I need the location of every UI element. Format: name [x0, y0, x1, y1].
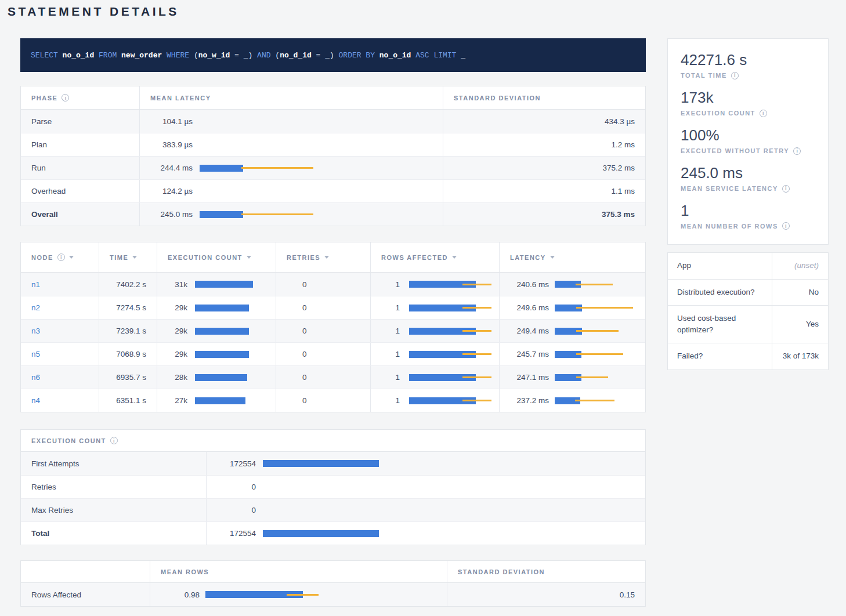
stddev-whisker [287, 594, 319, 596]
node-link[interactable]: n3 [31, 327, 40, 335]
phase-row-overhead: Overhead 124.2 µs 1.1 ms [21, 179, 645, 202]
stat-mean-service-latency: 245.0 ms MEAN SERVICE LATENCYi [681, 165, 815, 193]
retries-value: 0 [276, 366, 371, 389]
retries-value: 0 [276, 389, 371, 412]
mean-latency-column-header: MEAN LATENCY [140, 86, 443, 109]
time-column-header[interactable]: TIME [99, 242, 157, 272]
sql-identifier: new_order [121, 51, 167, 60]
info-icon[interactable]: i [731, 72, 739, 79]
detail-row-cost-based-optimizer: Used cost-based optimizer? Yes [668, 305, 828, 343]
phase-row-run: Run 244.4 ms 375.2 ms [21, 156, 645, 179]
execution-count-bar [195, 305, 265, 311]
sort-desc-icon [132, 256, 137, 259]
mean-bar [195, 374, 247, 381]
std-header-label: STANDARD DEVIATION [458, 568, 545, 575]
execution-count-value: 29k [157, 350, 187, 358]
rows-affected-table: MEAN ROWS STANDARD DEVIATION Rows Affect… [20, 560, 646, 607]
stat-executed-without-retry: 100% EXECUTED WITHOUT RETRYi [681, 127, 815, 155]
node-link[interactable]: n6 [31, 373, 40, 382]
retries-column-header[interactable]: RETRIES [276, 242, 371, 272]
node-link[interactable]: n5 [31, 350, 40, 358]
row-label: Rows Affected [21, 583, 150, 606]
sql-keyword: AND [257, 51, 275, 60]
latency-value: 249.4 ms [500, 327, 549, 335]
node-link[interactable]: n1 [31, 280, 40, 289]
time-value: 6351.1 s [99, 389, 157, 412]
latency-value: 249.6 ms [500, 303, 549, 312]
row-label: Retries [21, 476, 207, 498]
sql-keyword: ORDER BY [339, 51, 379, 60]
info-icon[interactable]: i [57, 253, 65, 261]
stddev-whisker [575, 400, 614, 401]
latency-value: 240.6 ms [500, 280, 549, 289]
node-row: n6 6935.7 s 28k 0 1 247.1 ms [21, 365, 645, 389]
mean-bar [200, 211, 243, 218]
latency-header-label: LATENCY [510, 254, 546, 261]
rows-affected-column-header[interactable]: ROWS AFFECTED [371, 242, 500, 272]
node-link[interactable]: n4 [31, 396, 40, 405]
stddev-whisker [576, 330, 619, 332]
summary-sidebar: 42271.6 s TOTAL TIMEi 173k EXECUTION COU… [667, 38, 829, 370]
stat-label: EXECUTION COUNT [681, 110, 755, 117]
count-value: 0 [207, 506, 256, 514]
std-deviation-value: 375.3 ms [443, 203, 645, 226]
time-value: 7068.9 s [99, 343, 157, 365]
stddev-whisker [241, 167, 313, 169]
execution-count-row: Total 172554 [21, 521, 645, 545]
std-deviation-value: 1.2 ms [443, 133, 645, 156]
info-icon[interactable]: i [110, 437, 118, 444]
rows-affected-bar [409, 397, 489, 404]
retries-value: 0 [276, 273, 371, 296]
stat-label: MEAN NUMBER OF ROWS [681, 223, 778, 230]
sort-desc-icon [324, 256, 329, 259]
sql-punctuation: = _) [312, 51, 339, 60]
node-header-label: NODE [31, 254, 53, 261]
info-icon[interactable]: i [793, 147, 801, 155]
execution-count-bar [195, 281, 265, 288]
sort-desc-icon [452, 256, 457, 259]
sql-identifier: no_o_id [63, 51, 99, 60]
info-icon[interactable]: i [760, 110, 767, 117]
std-deviation-column-header: STANDARD DEVIATION [447, 561, 645, 582]
time-value: 7239.1 s [99, 320, 157, 342]
stat-mean-number-of-rows: 1 MEAN NUMBER OF ROWSi [681, 202, 815, 230]
latency-bar [555, 328, 635, 335]
rows-affected-bar [409, 374, 489, 381]
sql-keyword: WHERE [167, 51, 194, 60]
info-icon[interactable]: i [782, 222, 790, 230]
summary-stats-card: 42271.6 s TOTAL TIMEi 173k EXECUTION COU… [667, 38, 829, 245]
node-column-header[interactable]: NODEi [21, 242, 99, 272]
stddev-whisker [462, 330, 491, 332]
latency-bar [555, 351, 635, 358]
execution-count-column-header[interactable]: EXECUTION COUNT [157, 242, 276, 272]
info-icon[interactable]: i [782, 185, 790, 193]
info-icon[interactable]: i [62, 94, 69, 102]
node-link[interactable]: n2 [31, 303, 40, 312]
stat-value: 173k [681, 89, 815, 107]
latency-bar [555, 374, 635, 381]
node-row: n4 6351.1 s 27k 0 1 237.2 ms [21, 389, 645, 412]
sql-keyword: FROM [99, 51, 121, 60]
sort-desc-icon [550, 256, 555, 259]
stddev-whisker [462, 307, 491, 309]
count-bar [263, 530, 396, 537]
mean-latency-value: 244.4 ms [140, 164, 193, 172]
latency-column-header[interactable]: LATENCY [500, 242, 645, 272]
execution-count-bar [195, 328, 265, 335]
latency-bar [555, 397, 635, 404]
detail-value: (unset) [772, 253, 828, 278]
latency-bar [555, 305, 635, 311]
detail-row-failed: Failed? 3k of 173k [668, 343, 828, 369]
detail-value: 3k of 173k [772, 343, 828, 369]
rows-affected-value: 1 [371, 327, 400, 335]
node-row: n1 7402.2 s 31k 0 1 240.6 ms [21, 273, 645, 296]
mean-bar [195, 281, 253, 288]
rows-affected-bar [409, 281, 489, 288]
rows-affected-row: Rows Affected 0.98 0.15 [21, 583, 645, 606]
mean-latency-value: 124.2 µs [140, 187, 193, 195]
stat-label: MEAN SERVICE LATENCY [681, 185, 778, 192]
main-content: SELECT no_o_id FROM new_order WHERE (no_… [20, 38, 646, 607]
node-table: NODEi TIME EXECUTION COUNT RETRIES ROWS … [20, 242, 646, 412]
execution-count-bar [195, 374, 265, 381]
stat-value: 42271.6 s [681, 52, 815, 69]
